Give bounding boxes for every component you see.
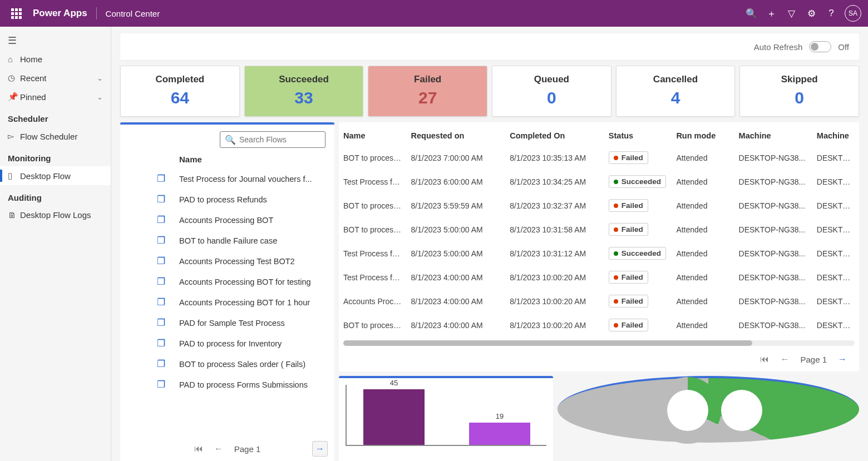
bar-value-2: 19 (496, 412, 504, 420)
flow-row[interactable]: ❐PAD to process Refunds (124, 189, 331, 210)
flow-row[interactable]: ❐PAD for Sample Test Process (124, 313, 331, 333)
runs-table: NameRequested onCompleted OnStatusRun mo… (339, 126, 859, 337)
cell-requested: 8/1/2023 5:00:00 AM (407, 241, 506, 265)
sidebar-item-desktop-flow-logs[interactable]: 🗎Desktop Flow Logs (0, 206, 111, 224)
search-icon[interactable]: 🔍 (741, 3, 761, 23)
help-icon[interactable]: ? (821, 3, 841, 23)
stat-title: Succeeded (245, 74, 363, 85)
flow-row[interactable]: ❐Accounts Processing Test BOT2 (124, 251, 331, 271)
table-horizontal-scrollbar[interactable] (343, 340, 855, 346)
cell-machine2: DESKTOP- (812, 289, 859, 313)
cell-completed: 8/1/2023 10:31:12 AM (505, 241, 604, 265)
flow-name: Accounts Processing Test BOT2 (179, 257, 295, 266)
sidebar-section-monitoring: Monitoring (0, 146, 111, 166)
cell-completed: 8/1/2023 10:00:20 AM (505, 265, 604, 289)
flow-icon: ❐ (157, 194, 179, 205)
hamburger-icon[interactable]: ☰ (0, 31, 111, 50)
search-flows-input[interactable]: 🔍 (220, 131, 326, 148)
status-dot-icon (614, 156, 618, 160)
flow-name: Accounts Processing BOT (179, 216, 273, 225)
runs-table-panel: NameRequested onCompleted OnStatusRun mo… (339, 122, 859, 371)
pager-next-icon[interactable]: → (312, 441, 328, 457)
flow-icon: ❐ (157, 276, 179, 287)
status-dot-icon (614, 227, 618, 232)
cell-completed: 8/1/2023 10:31:58 AM (505, 217, 604, 241)
table-row[interactable]: Test Process for ...8/1/2023 5:00:00 AM8… (339, 241, 859, 265)
table-header[interactable]: Status (604, 126, 672, 146)
flow-icon: ❐ (157, 379, 179, 390)
sidebar-item-label: Pinned (20, 92, 97, 102)
stat-card-succeeded[interactable]: Succeeded33 (244, 66, 364, 117)
flow-row[interactable]: ❐BOT to process Sales order ( Fails) (124, 354, 331, 374)
stat-card-queued[interactable]: Queued0 (492, 66, 611, 117)
cell-name: BOT to process ... (339, 217, 407, 241)
table-row[interactable]: BOT to process ...8/1/2023 4:00:00 AM8/1… (339, 313, 859, 337)
stat-card-skipped[interactable]: Skipped0 (739, 66, 859, 117)
table-row[interactable]: Test Process for ...8/1/2023 4:00:00 AM8… (339, 265, 859, 289)
cell-machine: DESKTOP-NG38... (734, 146, 812, 170)
table-header[interactable]: Machine (734, 126, 812, 146)
table-pager-first-icon[interactable]: ⏮ (757, 351, 772, 367)
table-pager-next-icon[interactable]: → (835, 351, 850, 367)
flow-icon: ❐ (157, 296, 179, 308)
cell-runmode: Attended (672, 265, 734, 289)
sidebar-item-flow-scheduler[interactable]: ▻Flow Scheduler (0, 127, 111, 146)
table-row[interactable]: BOT to process ...8/1/2023 7:00:00 AM8/1… (339, 146, 859, 170)
avatar[interactable]: SA (845, 5, 861, 22)
table-pager-label: Page 1 (797, 355, 830, 364)
sidebar-item-home[interactable]: ⌂Home (0, 50, 111, 68)
sidebar-item-pinned[interactable]: 📌Pinned⌄ (0, 87, 111, 106)
table-pager-prev-icon[interactable]: ← (777, 351, 792, 367)
sidebar-item-desktop-flow[interactable]: ▯Desktop Flow (0, 166, 111, 185)
stat-value: 27 (368, 88, 487, 107)
cell-machine2: DESKTOP- (812, 217, 859, 241)
waffle-icon[interactable] (7, 4, 26, 23)
stat-card-cancelled[interactable]: Cancelled4 (616, 66, 736, 117)
flow-row[interactable]: ❐Accounts Processing BOT for 1 hour (124, 292, 331, 313)
search-flows-field[interactable] (239, 135, 320, 144)
table-header[interactable]: Completed On (505, 126, 604, 146)
pager-first-icon[interactable]: ⏮ (191, 441, 206, 457)
table-row[interactable]: Test Process for ...8/1/2023 6:00:00 AM8… (339, 170, 859, 194)
table-row[interactable]: Accounts Proces...8/1/2023 4:00:00 AM8/1… (339, 289, 859, 313)
flow-row[interactable]: ❐Accounts Processing BOT (124, 210, 331, 230)
cell-name: Test Process for ... (339, 265, 407, 289)
brand-name[interactable]: Power Apps (33, 8, 87, 19)
sidebar-item-recent[interactable]: ◷Recent⌄ (0, 68, 111, 87)
cell-requested: 8/1/2023 5:00:00 AM (407, 217, 506, 241)
status-badge: Failed (609, 271, 648, 284)
cell-status: Failed (604, 146, 672, 170)
table-header[interactable]: Machine (812, 126, 859, 146)
cell-requested: 8/1/2023 4:00:00 AM (407, 313, 506, 337)
stat-title: Queued (492, 74, 611, 85)
table-header[interactable]: Run mode (672, 126, 734, 146)
stat-title: Skipped (740, 74, 859, 85)
cell-machine2: DESKTOP- (812, 265, 859, 289)
auto-refresh-toggle[interactable] (809, 41, 831, 52)
cell-machine2: DESKTOP- (812, 241, 859, 265)
cell-name: Test Process for ... (339, 170, 407, 194)
table-row[interactable]: BOT to process ...8/1/2023 5:59:59 AM8/1… (339, 194, 859, 217)
cell-requested: 8/1/2023 4:00:00 AM (407, 289, 506, 313)
nav-icon: ▯ (8, 171, 20, 181)
sidebar-section-auditing: Auditing (0, 185, 111, 206)
flow-row[interactable]: ❐PAD to process Forms Submissions (124, 374, 331, 395)
table-header[interactable]: Requested on (407, 126, 506, 146)
stat-card-failed[interactable]: Failed27 (368, 66, 487, 117)
flow-row[interactable]: ❐BOT to handle Failure case (124, 230, 331, 251)
add-icon[interactable]: ＋ (761, 3, 781, 23)
nav-icon: 🗎 (8, 210, 20, 220)
cell-status: Failed (604, 265, 672, 289)
table-row[interactable]: BOT to process ...8/1/2023 5:00:00 AM8/1… (339, 217, 859, 241)
flow-row[interactable]: ❐PAD to process for Inventory (124, 333, 331, 354)
table-header[interactable]: Name (339, 126, 407, 146)
filter-icon[interactable]: ▽ (781, 3, 801, 23)
stat-card-completed[interactable]: Completed64 (120, 66, 240, 117)
settings-icon[interactable]: ⚙ (801, 3, 821, 23)
pager-prev-icon[interactable]: ← (211, 441, 226, 457)
cell-machine: DESKTOP-NG38... (734, 289, 812, 313)
flow-row[interactable]: ❐Test Process for Journal vouchers f... (124, 168, 331, 189)
auto-refresh-state: Off (838, 42, 849, 52)
cell-requested: 8/1/2023 7:00:00 AM (407, 146, 506, 170)
flow-row[interactable]: ❐Accounts Processing BOT for testing (124, 271, 331, 292)
